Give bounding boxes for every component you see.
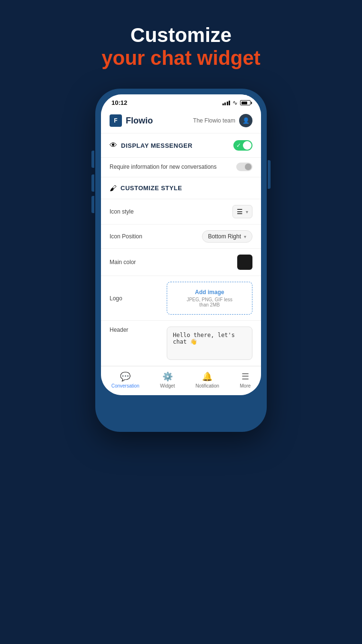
icon-position-row: Icon Position Bottom Right ▾	[101, 225, 261, 249]
signal-icon	[222, 101, 231, 105]
require-info-row: Require information for new conversation…	[101, 158, 261, 177]
nav-label-conversation: Conversation	[111, 383, 140, 388]
icon-style-label: Icon style	[110, 208, 134, 215]
toggle-check-icon: ✓	[236, 142, 241, 149]
battery-icon	[240, 100, 251, 105]
nav-item-widget[interactable]: ⚙️ Widget	[160, 371, 175, 388]
side-button-volume-up	[91, 174, 94, 192]
app-logo: F Flowio	[110, 114, 153, 127]
main-color-swatch[interactable]	[237, 255, 252, 270]
phone-mockup: 10:12 ∿ F Flowio	[95, 89, 267, 432]
nav-label-notification: Notification	[196, 383, 219, 388]
widget-icon: ⚙️	[162, 371, 173, 382]
header-input[interactable]	[167, 327, 252, 360]
main-color-row: Main color	[101, 249, 261, 276]
logo-upload-area[interactable]: Add image JPEG, PNG, GIF less than 2MB	[167, 282, 252, 315]
display-messenger-toggle[interactable]: ✓	[233, 140, 252, 151]
upload-hint: JPEG, PNG, GIF less than 2MB	[181, 297, 238, 307]
chevron-down-icon: ▾	[244, 234, 246, 239]
display-messenger-section: 👁 DISPLAY MESSENGER ✓	[101, 133, 261, 158]
require-info-toggle[interactable]	[236, 163, 252, 171]
avatar: 👤	[239, 114, 252, 127]
side-button-volume-down	[91, 196, 94, 213]
customize-style-title: CUSTOMIZE STYLE	[121, 184, 182, 192]
bottom-nav: 💬 Conversation ⚙️ Widget 🔔 Notification …	[101, 366, 261, 395]
icon-position-value: Bottom Right	[208, 233, 241, 240]
conversation-icon: 💬	[120, 371, 131, 382]
wifi-icon: ∿	[232, 99, 238, 106]
side-button-volume-mute	[91, 151, 94, 168]
customize-style-section: 🖌 CUSTOMIZE STYLE	[101, 177, 261, 199]
icon-style-select[interactable]: ☰ ▾	[232, 205, 252, 218]
content-area: 👁 DISPLAY MESSENGER ✓ Require informatio…	[101, 133, 261, 366]
icon-position-select[interactable]: Bottom Right ▾	[202, 230, 252, 243]
phone-screen: 10:12 ∿ F Flowio	[101, 94, 261, 395]
logo-label: Logo	[110, 295, 122, 302]
nav-label-more: More	[240, 383, 251, 388]
team-label: The Flowio team	[193, 117, 235, 124]
header-label: Header	[110, 327, 128, 333]
app-header: F Flowio The Flowio team 👤	[101, 109, 261, 133]
app-header-right: The Flowio team 👤	[193, 114, 252, 127]
nav-item-notification[interactable]: 🔔 Notification	[196, 371, 219, 388]
app-name: Flowio	[126, 116, 153, 126]
eye-icon: 👁	[110, 141, 117, 150]
more-icon: ☰	[241, 371, 249, 382]
icon-position-label: Icon Position	[110, 233, 142, 240]
icon-style-row: Icon style ☰ ▾	[101, 199, 261, 225]
require-info-label: Require information for new conversation…	[110, 164, 217, 170]
add-image-text: Add image	[181, 289, 238, 296]
brush-icon: 🖌	[110, 184, 117, 192]
side-button-power	[268, 160, 271, 189]
logo-row: Logo Add image JPEG, PNG, GIF less than …	[101, 276, 261, 321]
nav-label-widget: Widget	[160, 383, 175, 388]
page-title: Customize your chat widget	[101, 24, 261, 70]
display-messenger-title: DISPLAY MESSENGER	[121, 142, 192, 149]
header-row: Header	[101, 321, 261, 366]
nav-item-conversation[interactable]: 💬 Conversation	[111, 371, 140, 388]
main-color-label: Main color	[110, 259, 136, 266]
chevron-down-icon: ▾	[246, 209, 248, 215]
status-time: 10:12	[111, 99, 127, 106]
status-bar: 10:12 ∿	[101, 94, 261, 109]
notification-icon: 🔔	[202, 371, 212, 382]
status-icons: ∿	[222, 99, 251, 106]
icon-style-preview: ☰	[237, 208, 243, 215]
logo-icon: F	[110, 114, 122, 127]
nav-item-more[interactable]: ☰ More	[240, 371, 251, 388]
